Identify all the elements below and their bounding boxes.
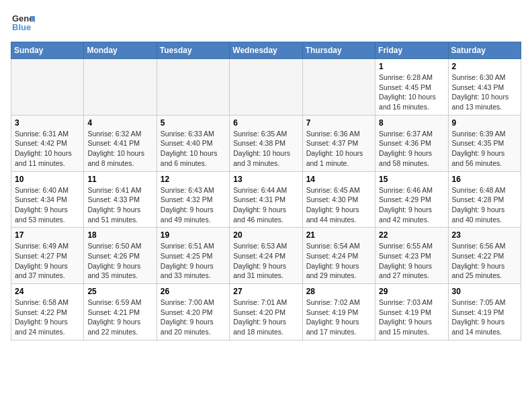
calendar-col-friday: Friday [375,42,448,59]
calendar-cell: 1Sunrise: 6:28 AMSunset: 4:45 PMDaylight… [375,59,448,116]
day-number: 20 [233,230,298,240]
calendar-cell: 5Sunrise: 6:33 AMSunset: 4:40 PMDaylight… [157,115,229,171]
day-number: 15 [379,175,444,184]
calendar-cell: 12Sunrise: 6:43 AMSunset: 4:32 PMDayligh… [157,171,229,228]
day-info: Sunrise: 6:41 AMSunset: 4:33 PMDaylight:… [87,185,152,225]
calendar-week-1: 1Sunrise: 6:28 AMSunset: 4:45 PMDaylight… [11,59,521,116]
calendar-cell: 8Sunrise: 6:37 AMSunset: 4:36 PMDaylight… [375,115,448,171]
day-number: 16 [452,175,517,184]
calendar-cell [157,59,229,116]
day-info: Sunrise: 6:50 AMSunset: 4:26 PMDaylight:… [87,241,152,281]
day-info: Sunrise: 6:37 AMSunset: 4:36 PMDaylight:… [379,129,444,169]
calendar-table: SundayMondayTuesdayWednesdayThursdayFrid… [11,42,521,340]
calendar-cell: 18Sunrise: 6:50 AMSunset: 4:26 PMDayligh… [84,228,157,284]
calendar-cell: 28Sunrise: 7:02 AMSunset: 4:19 PMDayligh… [302,284,375,340]
day-number: 23 [452,230,517,240]
day-number: 25 [87,287,152,296]
logo: General Blue [11,11,35,35]
calendar-cell: 14Sunrise: 6:45 AMSunset: 4:30 PMDayligh… [302,171,375,228]
calendar-cell: 23Sunrise: 6:56 AMSunset: 4:22 PMDayligh… [448,228,521,284]
day-info: Sunrise: 6:51 AMSunset: 4:25 PMDaylight:… [161,241,226,281]
day-info: Sunrise: 7:03 AMSunset: 4:19 PMDaylight:… [379,298,444,337]
calendar-week-3: 10Sunrise: 6:40 AMSunset: 4:34 PMDayligh… [11,171,521,228]
calendar-header-row: SundayMondayTuesdayWednesdayThursdayFrid… [11,42,521,59]
day-number: 19 [161,230,226,240]
day-number: 9 [452,118,517,128]
day-number: 14 [306,175,371,184]
day-number: 18 [87,230,152,240]
day-number: 5 [161,118,226,128]
calendar-cell: 26Sunrise: 7:00 AMSunset: 4:20 PMDayligh… [157,284,229,340]
svg-text:Blue: Blue [12,22,31,32]
day-number: 26 [161,287,226,296]
calendar-cell: 29Sunrise: 7:03 AMSunset: 4:19 PMDayligh… [375,284,448,340]
day-number: 27 [233,287,298,296]
calendar-cell: 7Sunrise: 6:36 AMSunset: 4:37 PMDaylight… [302,115,375,171]
day-info: Sunrise: 7:00 AMSunset: 4:20 PMDaylight:… [161,298,226,337]
day-number: 2 [452,62,517,71]
calendar-cell: 6Sunrise: 6:35 AMSunset: 4:38 PMDaylight… [230,115,302,171]
calendar-cell: 25Sunrise: 6:59 AMSunset: 4:21 PMDayligh… [84,284,157,340]
calendar-cell: 15Sunrise: 6:46 AMSunset: 4:29 PMDayligh… [375,171,448,228]
day-info: Sunrise: 6:36 AMSunset: 4:37 PMDaylight:… [306,129,371,169]
calendar-cell: 11Sunrise: 6:41 AMSunset: 4:33 PMDayligh… [84,171,157,228]
day-info: Sunrise: 6:39 AMSunset: 4:35 PMDaylight:… [452,129,517,169]
calendar-cell: 24Sunrise: 6:58 AMSunset: 4:22 PMDayligh… [11,284,84,340]
page-header: General Blue [11,11,521,35]
day-number: 6 [233,118,298,128]
calendar-cell: 27Sunrise: 7:01 AMSunset: 4:20 PMDayligh… [230,284,302,340]
day-info: Sunrise: 6:59 AMSunset: 4:21 PMDaylight:… [87,298,152,337]
calendar-cell: 2Sunrise: 6:30 AMSunset: 4:43 PMDaylight… [448,59,521,116]
calendar-cell: 9Sunrise: 6:39 AMSunset: 4:35 PMDaylight… [448,115,521,171]
calendar-cell: 21Sunrise: 6:54 AMSunset: 4:24 PMDayligh… [302,228,375,284]
day-info: Sunrise: 6:31 AMSunset: 4:42 PMDaylight:… [15,129,80,169]
day-info: Sunrise: 7:02 AMSunset: 4:19 PMDaylight:… [306,298,371,337]
day-number: 1 [379,62,444,71]
calendar-col-sunday: Sunday [11,42,84,59]
day-number: 4 [87,118,152,128]
calendar-cell: 3Sunrise: 6:31 AMSunset: 4:42 PMDaylight… [11,115,84,171]
day-info: Sunrise: 6:33 AMSunset: 4:40 PMDaylight:… [161,129,226,169]
calendar-cell: 4Sunrise: 6:32 AMSunset: 4:41 PMDaylight… [84,115,157,171]
day-info: Sunrise: 6:58 AMSunset: 4:22 PMDaylight:… [15,298,80,337]
day-number: 3 [15,118,80,128]
calendar-col-wednesday: Wednesday [230,42,302,59]
day-number: 22 [379,230,444,240]
day-info: Sunrise: 6:44 AMSunset: 4:31 PMDaylight:… [233,185,298,225]
day-info: Sunrise: 6:53 AMSunset: 4:24 PMDaylight:… [233,241,298,281]
calendar-cell: 20Sunrise: 6:53 AMSunset: 4:24 PMDayligh… [230,228,302,284]
day-info: Sunrise: 6:30 AMSunset: 4:43 PMDaylight:… [452,73,517,112]
day-number: 13 [233,175,298,184]
calendar-cell: 30Sunrise: 7:05 AMSunset: 4:19 PMDayligh… [448,284,521,340]
day-number: 28 [306,287,371,296]
calendar-col-monday: Monday [84,42,157,59]
day-number: 11 [87,175,152,184]
day-number: 21 [306,230,371,240]
calendar-cell [11,59,84,116]
calendar-cell: 17Sunrise: 6:49 AMSunset: 4:27 PMDayligh… [11,228,84,284]
day-info: Sunrise: 6:55 AMSunset: 4:23 PMDaylight:… [379,241,444,281]
day-number: 12 [161,175,226,184]
day-number: 29 [379,287,444,296]
day-number: 30 [452,287,517,296]
logo-icon: General Blue [11,11,35,35]
day-info: Sunrise: 6:43 AMSunset: 4:32 PMDaylight:… [161,185,226,225]
day-info: Sunrise: 6:49 AMSunset: 4:27 PMDaylight:… [15,241,80,281]
day-number: 10 [15,175,80,184]
day-number: 8 [379,118,444,128]
day-info: Sunrise: 7:05 AMSunset: 4:19 PMDaylight:… [452,298,517,337]
calendar-col-saturday: Saturday [448,42,521,59]
day-info: Sunrise: 6:48 AMSunset: 4:28 PMDaylight:… [452,185,517,225]
day-info: Sunrise: 6:45 AMSunset: 4:30 PMDaylight:… [306,185,371,225]
day-info: Sunrise: 6:28 AMSunset: 4:45 PMDaylight:… [379,73,444,112]
calendar-cell: 16Sunrise: 6:48 AMSunset: 4:28 PMDayligh… [448,171,521,228]
day-number: 7 [306,118,371,128]
calendar-week-4: 17Sunrise: 6:49 AMSunset: 4:27 PMDayligh… [11,228,521,284]
calendar-week-5: 24Sunrise: 6:58 AMSunset: 4:22 PMDayligh… [11,284,521,340]
calendar-week-2: 3Sunrise: 6:31 AMSunset: 4:42 PMDaylight… [11,115,521,171]
calendar-cell [84,59,157,116]
calendar-body: 1Sunrise: 6:28 AMSunset: 4:45 PMDaylight… [11,59,521,340]
calendar-cell: 13Sunrise: 6:44 AMSunset: 4:31 PMDayligh… [230,171,302,228]
calendar-cell: 22Sunrise: 6:55 AMSunset: 4:23 PMDayligh… [375,228,448,284]
day-info: Sunrise: 6:32 AMSunset: 4:41 PMDaylight:… [87,129,152,169]
